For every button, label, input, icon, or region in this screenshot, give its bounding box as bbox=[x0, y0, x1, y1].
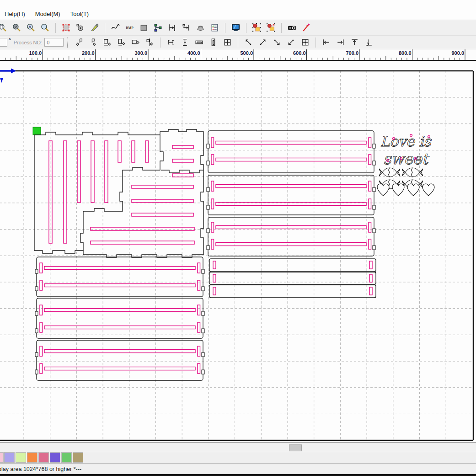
heart-shape[interactable] bbox=[377, 184, 389, 196]
ruler-label: 100.0 bbox=[29, 50, 42, 56]
center-v-button[interactable] bbox=[178, 36, 192, 48]
zoom-page-button[interactable] bbox=[0, 21, 9, 34]
move-bar-button[interactable] bbox=[180, 21, 193, 34]
palette-swatch-0[interactable] bbox=[0, 453, 3, 462]
candy-shape[interactable] bbox=[379, 168, 400, 177]
palette-swatch-2[interactable] bbox=[16, 453, 26, 462]
cut-pen-button[interactable] bbox=[88, 21, 101, 34]
zoom-plain-button[interactable] bbox=[38, 21, 52, 34]
toolbar-separator bbox=[105, 23, 105, 33]
worklist-button[interactable] bbox=[208, 21, 221, 34]
design-slat-panel[interactable] bbox=[207, 131, 375, 173]
machine-tool-icon bbox=[196, 23, 205, 32]
heart-shape[interactable] bbox=[423, 184, 434, 196]
color-palette bbox=[0, 452, 476, 463]
design-slat-panel[interactable] bbox=[35, 257, 204, 297]
node-tree-button[interactable] bbox=[151, 21, 165, 34]
ruler-label: 200.0 bbox=[82, 50, 95, 56]
ruler-label: 700.0 bbox=[346, 50, 358, 56]
zoom-letter-button[interactable]: A bbox=[24, 21, 37, 34]
to-center-button[interactable] bbox=[299, 36, 312, 48]
design-slat-panel[interactable] bbox=[35, 340, 204, 380]
to-bottom-right-button[interactable] bbox=[270, 36, 283, 48]
move-left-button[interactable] bbox=[320, 36, 333, 48]
move-right-button[interactable] bbox=[334, 36, 347, 48]
select-rect-button[interactable] bbox=[59, 21, 73, 34]
size-c-button[interactable] bbox=[129, 36, 142, 48]
palette-swatch-3[interactable] bbox=[27, 453, 37, 462]
simulate-2-button[interactable] bbox=[264, 21, 278, 34]
center-grid-icon bbox=[223, 37, 232, 47]
heart-shape[interactable] bbox=[407, 184, 419, 196]
simulate-button[interactable] bbox=[250, 21, 263, 34]
move-right-icon bbox=[336, 37, 345, 47]
laser-pointer-button[interactable] bbox=[300, 21, 313, 34]
flip-a-button[interactable] bbox=[72, 36, 86, 48]
rotate-angle-field[interactable] bbox=[0, 38, 7, 47]
move-top-button[interactable] bbox=[348, 36, 361, 48]
palette-swatch-1[interactable] bbox=[5, 453, 14, 462]
joint-notch bbox=[35, 269, 38, 273]
to-bottom-left-button[interactable] bbox=[284, 36, 298, 48]
laser-origin-marker[interactable] bbox=[33, 127, 41, 135]
node-edit-button[interactable] bbox=[74, 21, 87, 34]
param-slider-button[interactable] bbox=[166, 21, 179, 34]
laser-device-button[interactable] bbox=[285, 21, 299, 34]
same-height-button[interactable] bbox=[207, 36, 220, 48]
bmp-tool-button[interactable]: BMP bbox=[123, 21, 136, 34]
workspace-drawing[interactable]: Love issweet bbox=[0, 61, 476, 442]
machine-tool-button[interactable] bbox=[194, 21, 207, 34]
zoom-letter-icon: A bbox=[26, 23, 36, 32]
flip-b-button[interactable] bbox=[86, 36, 100, 48]
decor-text-love-is-sweet[interactable]: Love issweet bbox=[380, 133, 432, 168]
zoom-grid-button[interactable] bbox=[10, 21, 23, 34]
size-c-icon bbox=[131, 37, 140, 47]
laser-pointer-icon bbox=[301, 23, 311, 32]
laser-device-icon bbox=[287, 23, 297, 32]
menu-modelm[interactable]: Model(M) bbox=[35, 11, 60, 17]
design-strip-piece[interactable] bbox=[209, 259, 376, 272]
design-strip-piece[interactable] bbox=[209, 272, 376, 284]
horizontal-scrollbar[interactable] bbox=[0, 442, 476, 452]
move-bottom-icon bbox=[364, 37, 374, 47]
svg-text:sweet: sweet bbox=[383, 150, 429, 168]
menu-helph[interactable]: Help(H) bbox=[5, 11, 25, 17]
joint-notch bbox=[202, 353, 204, 357]
process-no-field[interactable]: 0 bbox=[44, 38, 64, 47]
to-top-right-button[interactable] bbox=[256, 36, 269, 48]
heart-shape[interactable] bbox=[392, 184, 404, 196]
size-a-button[interactable] bbox=[101, 36, 114, 48]
center-v-icon bbox=[180, 37, 190, 47]
palette-swatch-6[interactable] bbox=[62, 453, 71, 462]
canvas-area[interactable]: Love issweet bbox=[0, 61, 476, 442]
curve-tool-button[interactable] bbox=[109, 21, 122, 34]
joint-notch bbox=[373, 161, 375, 165]
palette-swatch-5[interactable] bbox=[50, 453, 60, 462]
joint-notch bbox=[373, 187, 375, 192]
move-bottom-button[interactable] bbox=[362, 36, 375, 48]
to-top-left-button[interactable] bbox=[242, 36, 255, 48]
center-grid-button[interactable] bbox=[221, 36, 234, 48]
preview-monitor-button[interactable] bbox=[229, 21, 242, 34]
menu-toolt[interactable]: Tool(T) bbox=[70, 11, 89, 17]
candy-shape[interactable] bbox=[402, 168, 423, 177]
size-b-button[interactable] bbox=[115, 36, 128, 48]
design-slat-panel[interactable] bbox=[207, 217, 375, 256]
fill-square-button[interactable] bbox=[137, 21, 150, 34]
cut-pen-icon bbox=[90, 23, 99, 32]
design-slat-panel[interactable] bbox=[207, 175, 375, 215]
size-d-button[interactable] bbox=[143, 36, 156, 48]
design-strip-piece[interactable] bbox=[209, 285, 376, 298]
joint-notch bbox=[207, 229, 209, 233]
ruler-label: 500.0 bbox=[240, 50, 253, 56]
ruler-label: 900.0 bbox=[451, 50, 464, 56]
palette-swatch-4[interactable] bbox=[39, 453, 48, 462]
center-h-button[interactable] bbox=[164, 36, 177, 48]
palette-swatch-7[interactable] bbox=[73, 453, 83, 462]
same-width-button[interactable] bbox=[193, 36, 206, 48]
joint-notch bbox=[207, 205, 209, 209]
design-cut-slots[interactable] bbox=[49, 141, 194, 244]
design-slat-panel[interactable] bbox=[35, 298, 204, 338]
scrollbar-thumb[interactable] bbox=[289, 444, 302, 451]
param-slider-icon bbox=[167, 23, 177, 32]
